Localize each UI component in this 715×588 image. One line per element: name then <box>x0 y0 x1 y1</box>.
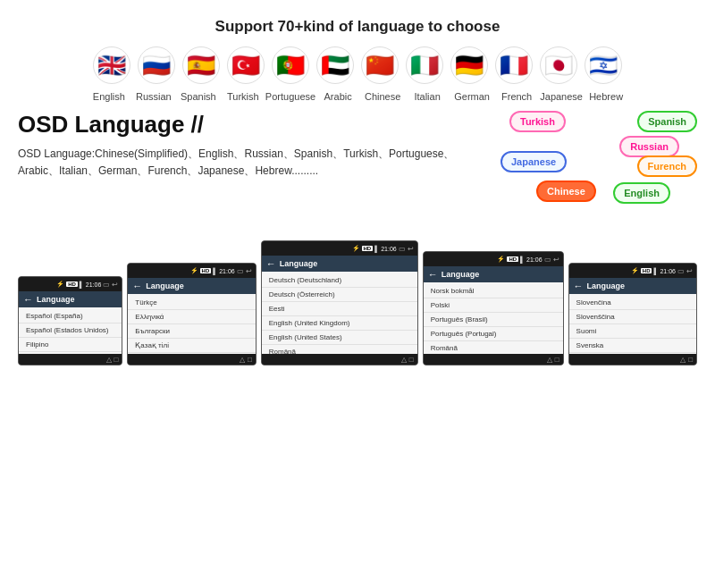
recents-icon: □ <box>555 356 559 364</box>
list-item[interactable]: Türkçe <box>128 296 255 310</box>
flag-english: 🇬🇧 <box>93 46 130 84</box>
back-arrow-icon[interactable]: ← <box>266 258 276 269</box>
back-arrow-icon[interactable]: ← <box>574 281 584 291</box>
battery-icon: ▭ <box>237 267 244 275</box>
back-arrow-icon[interactable]: ← <box>428 269 438 280</box>
recents-icon: □ <box>248 356 252 364</box>
bubble-furench: Furench <box>637 155 697 177</box>
lang-label-italian: Italian <box>405 91 450 102</box>
list-item[interactable]: Português (Brasil) <box>424 313 563 327</box>
lang-label-french: French <box>494 91 539 102</box>
screen-2: ⚡ HD ▌ 21:06 ▭ ↩ ← Language TürkçeΕλληνι… <box>127 263 256 365</box>
list-item[interactable]: Português (Portugal) <box>424 327 563 341</box>
toolbar-title: Language <box>442 270 480 279</box>
osd-left: OSD Language // OSD Language:Chinese(Sim… <box>18 111 500 180</box>
flag-chinese: 🇨🇳 <box>361 46 399 84</box>
toolbar-5: ← Language <box>569 278 696 294</box>
toolbar-1: ← Language <box>19 291 122 307</box>
list-item[interactable]: Suomi <box>569 324 696 339</box>
lang-labels: EnglishRussianSpanishTurkishPortugueseAr… <box>18 91 697 102</box>
list-item[interactable]: English (United States) <box>262 331 417 345</box>
signal-icon: ▌ <box>653 268 658 274</box>
list-item[interactable]: Svenska <box>569 339 696 353</box>
screens-section: ⚡ HD ▌ 21:06 ▭ ↩ ← Language Español (Esp… <box>18 240 697 365</box>
status-bar-3: ⚡ HD ▌ 21:06 ▭ ↩ <box>262 241 417 256</box>
home-indicator-2: △ □ <box>128 354 255 365</box>
home-indicator-3: △ □ <box>262 354 417 365</box>
flag-italian: 🇮🇹 <box>406 46 443 84</box>
screen-content-5: SlovenčinaSlovenščinaSuomiSvenskaTiếng V… <box>569 294 696 354</box>
list-item[interactable]: Deutsch (Österreich) <box>262 288 417 302</box>
bubble-english: English <box>613 182 670 204</box>
back-arrow-icon[interactable]: ← <box>23 294 33 305</box>
toolbar-title: Language <box>37 295 75 304</box>
hd-badge: HD <box>641 268 652 273</box>
signal-icon: ▌ <box>374 246 379 252</box>
list-item[interactable]: Română <box>262 345 417 354</box>
lang-label-portuguese: Portuguese <box>265 91 315 102</box>
home-icon: △ <box>680 356 686 364</box>
flag-arabic: 🇦🇪 <box>316 46 354 84</box>
list-item[interactable]: Slovenčina <box>569 296 696 310</box>
home-icon: △ <box>240 356 245 364</box>
back-icon: ↩ <box>408 245 414 253</box>
list-item[interactable]: Polski <box>424 298 563 313</box>
list-item[interactable]: Español (Estados Unidos) <box>19 323 122 338</box>
lang-label-russian: Russian <box>131 91 176 102</box>
time-display: 21:06 <box>86 281 102 288</box>
lang-label-arabic: Arabic <box>315 91 360 102</box>
status-bar-4: ⚡ HD ▌ 21:06 ▭ ↩ <box>424 252 563 266</box>
home-indicator-5: △ □ <box>569 354 696 365</box>
flag-russian: 🇷🇺 <box>138 46 175 84</box>
list-item[interactable]: English (United Kingdom) <box>262 316 417 331</box>
back-arrow-icon[interactable]: ← <box>132 281 142 291</box>
back-icon: ↩ <box>112 281 118 289</box>
flag-hebrew: 🇮🇱 <box>585 46 622 84</box>
time-display: 21:06 <box>381 246 397 252</box>
page-title: Support 70+kind of language to choose <box>18 18 697 36</box>
lang-label-chinese: Chinese <box>360 91 405 102</box>
time-display: 21:06 <box>660 268 676 274</box>
flag-spanish: 🇪🇸 <box>182 46 220 84</box>
osd-title: OSD Language // <box>18 111 492 139</box>
list-item[interactable]: Ελληνικά <box>128 310 255 324</box>
list-item[interactable]: Eesti <box>262 302 417 316</box>
hd-badge: HD <box>362 246 374 251</box>
list-item[interactable]: Norsk bokmål <box>424 284 563 298</box>
signal-icon: ▌ <box>80 281 84 288</box>
screen-content-4: Norsk bokmålPolskiPortuguês (Brasil)Port… <box>424 282 563 354</box>
screen-content-2: TürkçeΕλληνικάБългарскиҚазақ тіліРусский <box>128 294 255 354</box>
list-item[interactable]: Deutsch (Deutschland) <box>262 273 417 288</box>
home-icon: △ <box>547 356 552 364</box>
lang-label-turkish: Turkish <box>221 91 265 102</box>
osd-bubbles: TurkishSpanishRussianJapaneseFurenchChin… <box>500 111 697 227</box>
battery-icon: ▭ <box>677 267 685 275</box>
hd-badge: HD <box>66 281 78 287</box>
osd-section: OSD Language // OSD Language:Chinese(Sim… <box>18 111 697 227</box>
screen-5: ⚡ HD ▌ 21:06 ▭ ↩ ← Language SlovenčinaSl… <box>568 263 697 365</box>
list-item[interactable]: Български <box>128 324 255 339</box>
bubble-japanese: Japanese <box>500 151 567 172</box>
lang-label-english: English <box>87 91 131 102</box>
osd-description: OSD Language:Chinese(Simplified)、English… <box>18 146 492 180</box>
signal-icon: ▌ <box>213 268 217 274</box>
list-item[interactable]: Қазақ тілі <box>128 339 255 353</box>
back-icon: ↩ <box>686 267 693 275</box>
time-display: 21:06 <box>526 256 543 263</box>
screen-1: ⚡ HD ▌ 21:06 ▭ ↩ ← Language Español (Esp… <box>18 276 122 365</box>
screen-3: ⚡ HD ▌ 21:06 ▭ ↩ ← Language Deutsch (Deu… <box>261 240 418 365</box>
list-item[interactable]: Slovenščina <box>569 310 696 324</box>
screen-content-1: Español (España)Español (Estados Unidos)… <box>19 307 122 354</box>
battery-icon: ▭ <box>544 256 551 264</box>
recents-icon: □ <box>114 356 119 364</box>
list-item[interactable]: Filipino <box>19 338 122 352</box>
home-icon: △ <box>106 356 112 364</box>
list-item[interactable]: Español (España) <box>19 309 122 323</box>
flags-row: 🇬🇧🇷🇺🇪🇸🇹🇷🇵🇹🇦🇪🇨🇳🇮🇹🇩🇪🇫🇷🇯🇵🇮🇱 <box>18 46 697 84</box>
recents-icon: □ <box>409 356 414 364</box>
toolbar-title: Language <box>280 259 318 268</box>
battery-icon: ▭ <box>399 245 406 253</box>
toolbar-title: Language <box>146 281 184 290</box>
list-item[interactable]: Română <box>424 341 563 354</box>
toolbar-3: ← Language <box>262 256 417 272</box>
